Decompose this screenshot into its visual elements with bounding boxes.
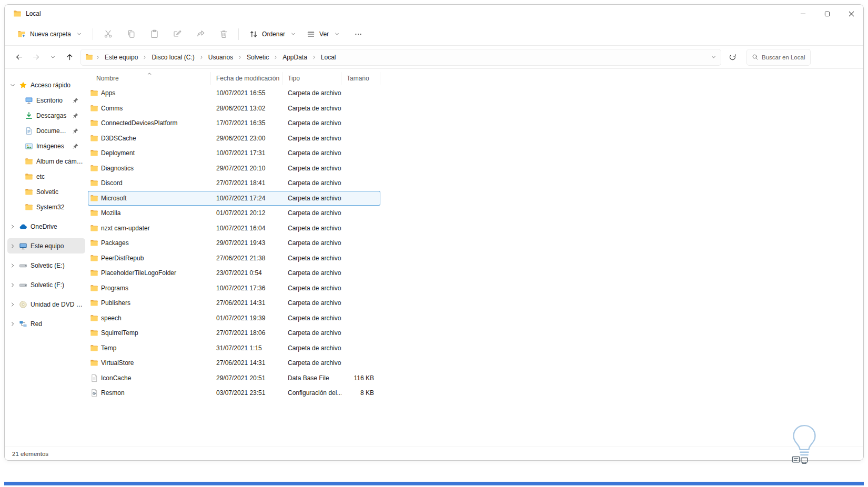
- file-row-publishers[interactable]: Publishers27/06/2021 14:31Carpeta de arc…: [88, 296, 380, 311]
- more-options-button[interactable]: [349, 25, 367, 43]
- sidebar-item-solvetic[interactable]: Solvetic: [7, 184, 85, 199]
- sidebar-item-onedrive[interactable]: OneDrive: [7, 219, 85, 234]
- forward-button[interactable]: [28, 49, 44, 65]
- file-row-microsoft[interactable]: Microsoft10/07/2021 17:24Carpeta de arch…: [88, 191, 380, 206]
- back-button[interactable]: [11, 49, 27, 65]
- file-row-deployment[interactable]: Deployment10/07/2021 17:31Carpeta de arc…: [88, 146, 380, 161]
- copy-button[interactable]: [122, 25, 140, 43]
- expander[interactable]: [9, 82, 16, 88]
- share-button[interactable]: [191, 25, 210, 43]
- file-name-cell: Comms: [88, 101, 211, 116]
- column-header-tamano[interactable]: Tamaño: [341, 72, 380, 85]
- file-row-programs[interactable]: Programs10/07/2021 17:36Carpeta de archi…: [88, 281, 380, 296]
- column-headers: NombreFecha de modificaciónTipoTamaño: [88, 72, 380, 85]
- file-date: 29/06/2021 23:00: [211, 131, 282, 146]
- sidebar-item-documentos[interactable]: Documentos: [7, 123, 85, 138]
- sidebar-item-system32[interactable]: System32: [7, 199, 85, 215]
- file-row-diagnostics[interactable]: Diagnostics29/07/2021 20:10Carpeta de ar…: [88, 161, 380, 176]
- breadcrumb-segment-solvetic[interactable]: Solvetic: [244, 52, 272, 63]
- file-row-temp[interactable]: Temp31/07/2021 1:15Carpeta de archivos: [88, 341, 380, 356]
- expander[interactable]: [9, 224, 16, 230]
- breadcrumb-segment-este-equipo[interactable]: Este equipo: [102, 52, 141, 63]
- breadcrumb-segment-appdata[interactable]: AppData: [279, 52, 310, 63]
- view-icon: [307, 30, 315, 38]
- file-row-connecteddevicesplatform[interactable]: ConnectedDevicesPlatform17/07/2021 16:35…: [88, 116, 380, 131]
- maximize-icon: [824, 11, 830, 17]
- titlebar[interactable]: Local: [5, 5, 863, 23]
- file-row-iconcache[interactable]: IconCache29/07/2021 20:51Data Base File1…: [88, 371, 380, 386]
- file-row-virtualstore[interactable]: VirtualStore27/06/2021 14:31Carpeta de a…: [88, 356, 380, 371]
- expander[interactable]: [9, 301, 16, 308]
- more-icon: [354, 30, 362, 38]
- expander[interactable]: [9, 243, 16, 249]
- column-header-nombre[interactable]: Nombre: [88, 72, 211, 85]
- chevron-down-button[interactable]: [45, 49, 60, 65]
- sidebar-item-acceso-rapido[interactable]: Acceso rápido: [7, 77, 85, 93]
- breadcrumb-segment-disco-local-c[interactable]: Disco local (C:): [148, 52, 197, 63]
- delete-button[interactable]: [214, 25, 233, 43]
- new-folder-button[interactable]: Nueva carpeta: [12, 26, 87, 42]
- paste-button[interactable]: [145, 25, 164, 43]
- onedrive-icon: [19, 222, 27, 231]
- sidebar-item-label: Documentos: [36, 127, 69, 135]
- refresh-button[interactable]: [724, 49, 740, 65]
- file-size: [341, 296, 380, 311]
- file-row-peerdistrepub[interactable]: PeerDistRepub27/06/2021 21:38Carpeta de …: [88, 251, 380, 266]
- file-row-speech[interactable]: speech01/07/2021 19:39Carpeta de archivo…: [88, 311, 380, 326]
- up-icon: [66, 53, 74, 61]
- chevron-right-icon: [9, 243, 16, 249]
- close-button[interactable]: [839, 5, 863, 23]
- address-history-chevron-icon[interactable]: [711, 54, 716, 60]
- file-name: Microsoft: [101, 195, 127, 202]
- column-header-tipo[interactable]: Tipo: [282, 72, 341, 85]
- sidebar-item-album-de-camara[interactable]: Álbum de cámara: [7, 154, 85, 169]
- file-row-squirreltemp[interactable]: SquirrelTemp27/07/2021 18:06Carpeta de a…: [88, 326, 380, 341]
- breadcrumb-segment-local[interactable]: Local: [318, 52, 339, 63]
- minimize-button[interactable]: [791, 5, 815, 23]
- search-box[interactable]: [746, 49, 811, 66]
- file-row-placeholdertilelogofolder[interactable]: PlaceholderTileLogoFolder23/07/2021 0:54…: [88, 266, 380, 281]
- file-row-d3dscache[interactable]: D3DSCache29/06/2021 23:00Carpeta de arch…: [88, 131, 380, 146]
- view-button[interactable]: Ver: [301, 26, 345, 42]
- cut-icon: [104, 29, 113, 38]
- file-date: 10/07/2021 16:55: [211, 86, 282, 101]
- sidebar-item-unidad-de-dvd-d[interactable]: Unidad de DVD (D:): [7, 297, 85, 312]
- rename-button[interactable]: [168, 25, 187, 43]
- sidebar-item-imagenes[interactable]: Imágenes: [7, 138, 85, 154]
- sort-button[interactable]: Ordenar: [244, 26, 301, 42]
- file-row-resmon[interactable]: Resmon03/07/2021 23:51Configuración del.…: [88, 385, 380, 401]
- file-name: Programs: [101, 285, 128, 292]
- file-row-mozilla[interactable]: Mozilla01/07/2021 20:12Carpeta de archiv…: [88, 206, 380, 221]
- sidebar-item-descargas[interactable]: Descargas: [7, 108, 85, 123]
- expander[interactable]: [9, 262, 16, 269]
- breadcrumb-segment-usuarios[interactable]: Usuarios: [205, 52, 236, 63]
- expander[interactable]: [9, 321, 16, 327]
- sidebar-item-solvetic-f[interactable]: Solvetic (F:): [7, 277, 85, 292]
- sidebar-item-solvetic-e[interactable]: Solvetic (E:): [7, 258, 85, 273]
- column-header-label: Tipo: [288, 75, 300, 82]
- sidebar-item-label: etc: [36, 173, 83, 180]
- folder-icon: [90, 119, 98, 127]
- sidebar-item-etc[interactable]: etc: [7, 169, 85, 184]
- folder-icon: [90, 254, 98, 262]
- sidebar-item-red[interactable]: Red: [7, 316, 85, 331]
- maximize-button[interactable]: [815, 5, 839, 23]
- sidebar-item-este-equipo[interactable]: Este equipo: [7, 238, 85, 253]
- file-row-discord[interactable]: Discord27/07/2021 18:41Carpeta de archiv…: [88, 176, 380, 191]
- file-row-nzxt-cam-updater[interactable]: nzxt cam-updater10/07/2021 16:04Carpeta …: [88, 221, 380, 236]
- file-row-apps[interactable]: Apps10/07/2021 16:55Carpeta de archivos: [88, 86, 380, 101]
- file-row-comms[interactable]: Comms28/06/2021 13:02Carpeta de archivos: [88, 101, 380, 116]
- file-row-packages[interactable]: Packages29/07/2021 19:43Carpeta de archi…: [88, 236, 380, 251]
- expander[interactable]: [9, 282, 16, 288]
- search-input[interactable]: [762, 54, 805, 60]
- cut-button[interactable]: [98, 25, 117, 43]
- file-size: [341, 356, 380, 371]
- column-header-fecha-de-modificacion[interactable]: Fecha de modificación: [211, 72, 282, 85]
- toolbar-separator: [93, 28, 93, 40]
- main-content: Acceso rápidoEscritorioDescargasDocument…: [5, 69, 863, 447]
- file-name-cell: speech: [88, 311, 211, 326]
- toolbar-separator: [238, 28, 239, 40]
- up-button[interactable]: [62, 49, 77, 65]
- sidebar-item-escritorio[interactable]: Escritorio: [7, 93, 85, 108]
- breadcrumb-bar[interactable]: Este equipoDisco local (C:)UsuariosSolve…: [80, 49, 721, 66]
